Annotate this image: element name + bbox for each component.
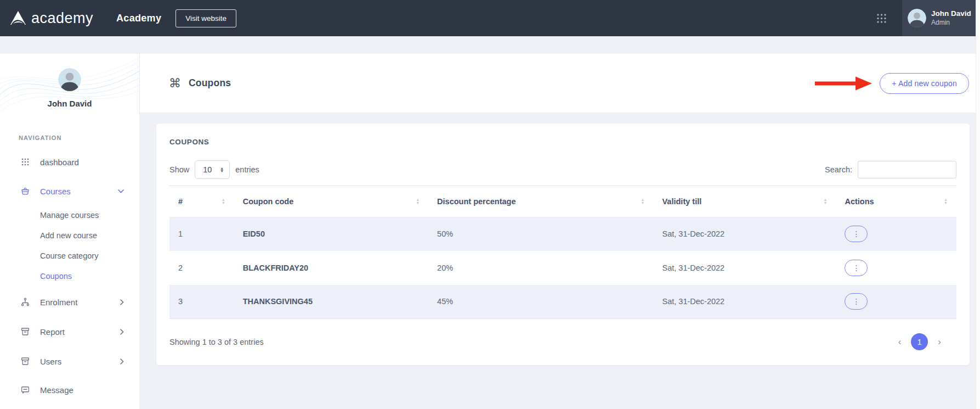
apps-grid-icon[interactable] bbox=[876, 13, 887, 24]
user-role: Admin bbox=[931, 19, 971, 27]
search-label: Search: bbox=[825, 165, 852, 174]
row-actions-button[interactable] bbox=[845, 293, 868, 310]
sidebar-item-label: Report bbox=[40, 327, 65, 337]
table-row: 3 THANKSGIVING45 45% Sat, 31-Dec-2022 bbox=[169, 285, 956, 319]
red-annotation-arrow bbox=[815, 76, 872, 91]
cell-discount: 50% bbox=[428, 217, 653, 251]
submenu-item-label: Coupons bbox=[40, 272, 72, 281]
sidebar-item-report[interactable]: Report bbox=[12, 321, 129, 343]
entries-label: entries bbox=[235, 165, 259, 174]
sidebar-item-users[interactable]: Users bbox=[12, 350, 129, 372]
chevron-right-icon bbox=[120, 299, 129, 305]
column-label: # bbox=[178, 197, 183, 206]
cell-validity: Sat, 31-Dec-2022 bbox=[654, 251, 836, 285]
select-arrows-icon bbox=[220, 167, 224, 172]
cell-coupon-code: BLACKFRIDAY20 bbox=[234, 251, 428, 285]
sort-icon bbox=[222, 198, 225, 204]
chevron-right-icon bbox=[120, 329, 129, 335]
sidebar-item-add-new-course[interactable]: Add new course bbox=[40, 225, 129, 245]
sidebar-item-enrolment[interactable]: Enrolment bbox=[12, 291, 129, 313]
cell-discount: 20% bbox=[428, 251, 653, 285]
sidebar: John David NAVIGATION dashboard bbox=[0, 36, 139, 409]
next-page-icon[interactable]: › bbox=[938, 337, 941, 346]
card-title: COUPONS bbox=[169, 138, 956, 146]
user-menu[interactable]: John David Admin bbox=[902, 0, 980, 36]
table-header-row: # Coupon code Discount percentage Validi… bbox=[169, 186, 956, 217]
more-options-icon bbox=[852, 298, 860, 305]
basket-icon bbox=[20, 186, 31, 196]
visit-website-button[interactable]: Visit website bbox=[175, 9, 236, 27]
row-actions-button[interactable] bbox=[845, 260, 868, 276]
sidebar-item-dashboard[interactable]: dashboard bbox=[12, 151, 129, 173]
submenu-item-label: Add new course bbox=[40, 231, 97, 240]
sidebar-item-label: Enrolment bbox=[40, 298, 77, 307]
sidebar-profile-name: John David bbox=[0, 99, 139, 108]
column-header-validity[interactable]: Validity till bbox=[654, 186, 836, 217]
column-label: Validity till bbox=[662, 197, 702, 206]
scrollbar[interactable] bbox=[976, 0, 980, 409]
courses-submenu: Manage courses Add new course Course cat… bbox=[12, 205, 129, 286]
table-row: 1 EID50 50% Sat, 31-Dec-2022 bbox=[169, 217, 956, 251]
user-name: John David bbox=[931, 9, 971, 19]
chat-icon bbox=[20, 385, 31, 395]
row-actions-button[interactable] bbox=[845, 226, 868, 242]
table-row: 2 BLACKFRIDAY20 20% Sat, 31-Dec-2022 bbox=[169, 251, 956, 285]
page-header: ⌘ Coupons + Add new coupon bbox=[139, 54, 980, 113]
sitemap-icon bbox=[20, 297, 31, 307]
main-content: ⌘ Coupons + Add new coupon COUPONS Show bbox=[139, 36, 980, 409]
page-title: Coupons bbox=[189, 77, 231, 89]
sidebar-item-courses[interactable]: Courses bbox=[12, 180, 129, 202]
coupons-card: COUPONS Show 10 entries Search: bbox=[156, 124, 970, 365]
archive-icon bbox=[20, 356, 31, 366]
sort-icon bbox=[641, 198, 645, 204]
sidebar-item-label: dashboard bbox=[40, 158, 79, 167]
sidebar-item-label: Message bbox=[40, 385, 73, 395]
academy-logo[interactable]: academy bbox=[10, 10, 93, 27]
academy-logo-icon bbox=[10, 10, 26, 26]
coupons-table: # Coupon code Discount percentage Validi… bbox=[169, 186, 956, 319]
sidebar-item-message[interactable]: Message bbox=[12, 379, 129, 401]
sidebar-item-coupons[interactable]: Coupons bbox=[40, 266, 129, 286]
sidebar-avatar bbox=[58, 68, 81, 91]
cell-num: 2 bbox=[169, 251, 234, 285]
sidebar-item-label: Users bbox=[40, 357, 61, 366]
column-header-discount[interactable]: Discount percentage bbox=[428, 186, 653, 217]
cell-num: 3 bbox=[169, 285, 234, 319]
navigation-section-label: NAVIGATION bbox=[19, 135, 139, 141]
top-navbar: academy Academy Visit website John David… bbox=[0, 0, 980, 36]
column-label: Discount percentage bbox=[437, 197, 516, 206]
cell-validity: Sat, 31-Dec-2022 bbox=[654, 285, 836, 319]
app-name: Academy bbox=[116, 13, 161, 24]
page-1-button[interactable]: 1 bbox=[911, 333, 928, 350]
cell-discount: 45% bbox=[428, 285, 653, 319]
page-size-select[interactable]: 10 bbox=[195, 160, 230, 179]
search-input[interactable] bbox=[858, 161, 956, 178]
add-new-coupon-button[interactable]: + Add new coupon bbox=[880, 73, 969, 94]
cell-num: 1 bbox=[169, 217, 234, 251]
sort-icon bbox=[944, 198, 948, 204]
previous-page-icon[interactable]: ‹ bbox=[898, 337, 902, 346]
more-options-icon bbox=[852, 264, 860, 272]
pagination: ‹ 1 › bbox=[898, 333, 941, 350]
column-label: Coupon code bbox=[243, 197, 294, 206]
page-size-value: 10 bbox=[203, 165, 212, 174]
column-header-num[interactable]: # bbox=[169, 186, 234, 217]
column-header-coupon-code[interactable]: Coupon code bbox=[234, 186, 428, 217]
cell-coupon-code: EID50 bbox=[234, 217, 428, 251]
chevron-down-icon bbox=[118, 189, 129, 193]
column-header-actions[interactable]: Actions bbox=[836, 186, 956, 217]
chevron-right-icon bbox=[120, 358, 129, 365]
sort-icon bbox=[823, 198, 827, 204]
sidebar-item-manage-courses[interactable]: Manage courses bbox=[40, 205, 129, 225]
cell-coupon-code: THANKSGIVING45 bbox=[234, 285, 428, 319]
sidebar-item-label: Courses bbox=[40, 187, 71, 196]
column-label: Actions bbox=[845, 197, 874, 206]
archive-icon bbox=[20, 327, 31, 337]
grid-dots-icon bbox=[20, 158, 31, 166]
submenu-item-label: Manage courses bbox=[40, 211, 99, 220]
sidebar-item-course-category[interactable]: Course category bbox=[40, 245, 129, 266]
command-icon: ⌘ bbox=[169, 77, 181, 89]
submenu-item-label: Course category bbox=[40, 251, 98, 260]
cell-validity: Sat, 31-Dec-2022 bbox=[654, 217, 836, 251]
user-avatar bbox=[908, 9, 926, 27]
